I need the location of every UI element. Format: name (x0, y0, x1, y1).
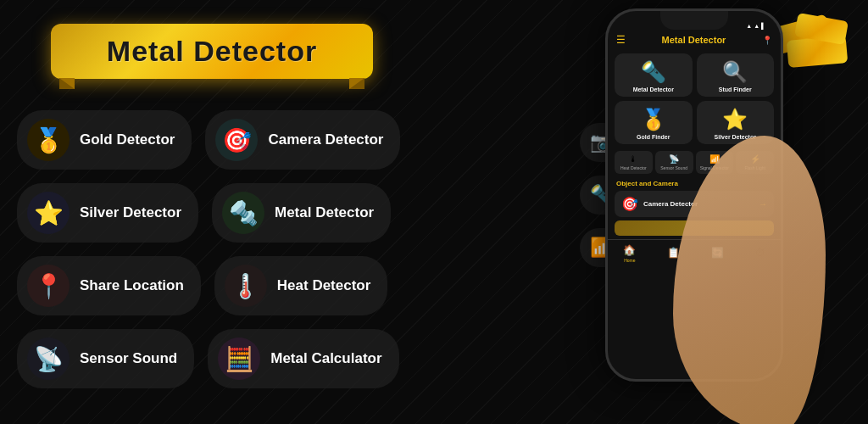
phone-sensor-sound[interactable]: 📡 Sensor Sound (655, 151, 693, 174)
home-nav-icon: 🏠 (623, 244, 636, 256)
feature-row-1: 🥇 Gold Detector 🎯 Camera Detector (17, 110, 509, 170)
title-banner: Metal Detector (51, 24, 373, 96)
gold-detector-icon: 🥇 (27, 119, 70, 161)
feature-row-2: ⭐ Silver Detector 🔩 Metal Detector (17, 183, 509, 243)
heat-detector-item[interactable]: 🌡️ Heat Detector (214, 256, 388, 315)
sensor-sound-label: Sensor Sound (80, 350, 177, 367)
status-icons: ▲ ▲ ▌ (746, 23, 765, 29)
app-title: Metal Detector (107, 35, 317, 68)
feature-row-4: 📡 Sensor Sound 🧮 Metal Calculator (17, 329, 509, 388)
phone-gold-finder-label: Gold Finder (637, 134, 670, 140)
phone-heat-icon: 🌡 (629, 154, 637, 164)
feature-row-3: 📍 Share Location 🌡️ Heat Detector (17, 256, 509, 315)
camera-detector-icon: 🎯 (215, 119, 258, 161)
phone-app-title: Metal Detector (662, 35, 726, 45)
heat-detector-label: Heat Detector (277, 277, 371, 294)
menu-icon[interactable]: ☰ (616, 34, 626, 46)
metal-detector-icon: 🔩 (222, 192, 264, 234)
camera-detector-item[interactable]: 🎯 Camera Detector (205, 110, 400, 170)
camera-detector-label: Camera Detector (268, 131, 383, 148)
share-location-icon: 📍 (27, 265, 70, 307)
phone-stud-finder-label: Stud Finder (719, 86, 752, 92)
phone-gold-finder-icon: 🥇 (641, 108, 666, 131)
metal-detector-label: Metal Detector (275, 204, 374, 221)
phone-stud-finder-icon: 🔍 (722, 60, 748, 84)
phone-metal-detector-label: Metal Detector (633, 86, 674, 92)
gold-detector-item[interactable]: 🥇 Gold Detector (17, 110, 192, 170)
phone-sensor-label: Sensor Sound (660, 165, 687, 170)
phone-nav-home[interactable]: 🏠 Home (623, 244, 636, 263)
phone-header: ☰ Metal Detector 📍 (608, 31, 781, 49)
phone-metal-detector-icon: 🔦 (641, 60, 666, 84)
metal-calculator-item[interactable]: 🧮 Metal Calculator (208, 329, 398, 388)
phone-heat-label: Heat Detector (620, 165, 647, 170)
phone-grid-metal-detector[interactable]: 🔦 Metal Detector (615, 53, 693, 97)
sensor-sound-icon: 📡 (27, 338, 70, 380)
phone-heat-detector[interactable]: 🌡 Heat Detector (615, 151, 653, 174)
metal-detector-item[interactable]: 🔩 Metal Detector (212, 183, 391, 243)
banner-ribbon: Metal Detector (51, 24, 373, 79)
phone-silver-detector-icon: ⭐ (722, 108, 748, 131)
gold-detector-label: Gold Detector (80, 131, 175, 148)
silver-detector-item[interactable]: ⭐ Silver Detector (17, 183, 198, 243)
share-location-label: Share Location (80, 277, 184, 294)
heat-detector-icon: 🌡️ (225, 265, 267, 307)
phone-camera-icon: 🎯 (621, 196, 638, 212)
home-nav-label: Home (624, 258, 635, 263)
phone-grid-stud-finder[interactable]: 🔍 Stud Finder (697, 53, 775, 97)
phone-main-grid: 🔦 Metal Detector 🔍 Stud Finder 🥇 Gold Fi… (608, 49, 781, 148)
share-location-item[interactable]: 📍 Share Location (17, 256, 201, 315)
metal-calculator-label: Metal Calculator (270, 350, 381, 367)
sensor-sound-item[interactable]: 📡 Sensor Sound (17, 329, 194, 388)
metal-calculator-icon: 🧮 (218, 338, 260, 380)
location-icon[interactable]: 📍 (762, 36, 772, 45)
phone-notch (660, 11, 728, 30)
phone-sensor-icon: 📡 (669, 154, 679, 164)
silver-detector-label: Silver Detector (80, 204, 181, 221)
silver-detector-icon: ⭐ (27, 192, 70, 234)
features-grid: 🥇 Gold Detector 🎯 Camera Detector ⭐ Silv… (17, 110, 509, 402)
phone-grid-gold-finder[interactable]: 🥇 Gold Finder (615, 101, 693, 144)
